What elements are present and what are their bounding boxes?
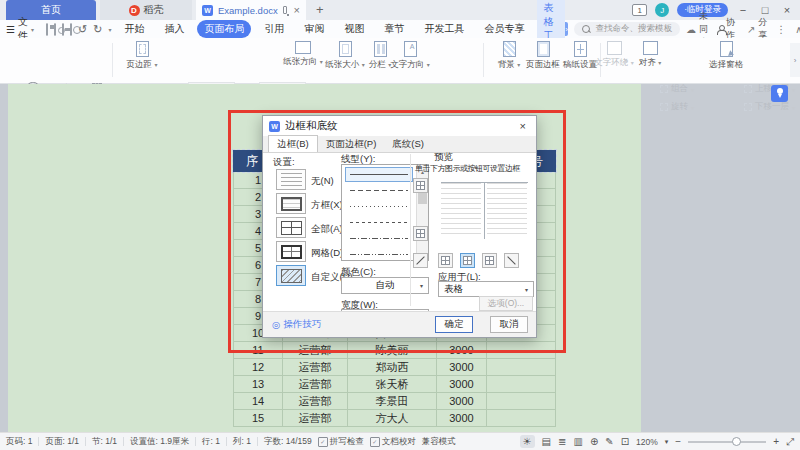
collapse-ribbon-icon[interactable]: ∧ [795,24,800,35]
ribbon-tab-references[interactable]: 引用 [257,20,291,38]
tips-link[interactable]: ◎ 操作技巧 [272,318,321,331]
preview-border-right-button[interactable] [482,253,497,268]
preview-diagonal-up-button[interactable] [413,253,428,268]
locate-pin-button[interactable] [771,85,788,102]
ribbon-overflow-button[interactable]: › [790,43,800,77]
document-proofread-button[interactable]: ✓ 文档校对 [370,436,416,448]
dialog-title-bar[interactable]: W 边框和底纹 × [263,116,536,136]
ribbon-tab-page-layout[interactable]: 页面布局 [197,20,251,38]
command-search-input[interactable]: 查找命令、搜索模板 [574,22,680,36]
divider [38,437,39,446]
setting-box-button[interactable] [276,193,306,214]
border-inner-vertical-icon [463,256,472,265]
ribbon-tab-review[interactable]: 审阅 [297,20,331,38]
setting-custom-button[interactable] [276,265,306,286]
text-direction-button[interactable]: 文字方向 ▾ [388,41,432,71]
setting-none-button[interactable] [276,169,306,190]
window-list-badge[interactable]: 1 [632,4,647,16]
paper-orientation-button[interactable]: 纸张方向 ▾ [281,41,325,68]
line-style-dash[interactable] [345,183,413,198]
line-style-dash-dot[interactable] [345,231,413,246]
setting-grid-label: 网格(D) [311,247,343,260]
ribbon-tab-member[interactable]: 会员专享 [477,20,531,38]
divider [195,437,196,446]
preview-border-left-button[interactable] [438,253,453,268]
setting-grid-button[interactable] [276,241,306,262]
ribbon-tab-view[interactable]: 视图 [337,20,371,38]
present-monitor-icon[interactable] [283,6,287,14]
zoom-in-icon[interactable]: + [773,436,779,447]
tab-document[interactable]: W Example.docx × [196,0,306,20]
page-margins-button[interactable]: 页边距 ▾ [120,41,164,71]
table-row[interactable]: 13运营部张天桥3000 [233,376,556,393]
dialog-close-icon[interactable]: × [516,120,530,132]
line-style-solid[interactable] [345,167,413,182]
ok-button[interactable]: 确定 [435,316,473,333]
view-read-icon[interactable]: ▥ [573,436,582,447]
preview-border-inner-v-button[interactable] [460,253,475,268]
dialog-tab-borders[interactable]: 边框(B) [268,135,318,152]
chevron-down-icon: ▾ [31,26,34,33]
ribbon-tab-insert[interactable]: 插入 [157,20,191,38]
setting-box-label: 方框(X) [311,199,343,212]
export-icon[interactable] [54,23,56,36]
quickbar-more-icon[interactable]: ▾ [108,26,111,33]
zoom-out-icon[interactable]: − [675,436,681,447]
status-page-count: 页面: 1/1 [45,436,79,448]
print-preview-icon[interactable] [70,23,72,36]
search-placeholder: 查找命令、搜索模板 [595,23,672,35]
zoom-slider-knob[interactable] [732,437,741,446]
view-outline-icon[interactable]: ≣ [558,436,566,447]
chevron-down-icon: ▾ [520,282,533,296]
menu-bar: ☰ 文件 ▾ ↺ ↻ ▾ 开始 插入 页面布局 引用 审阅 视图 章节 开发工具… [0,20,800,38]
tab-close-icon[interactable]: × [294,4,300,16]
tab-docer[interactable]: D 稻壳 [100,0,192,20]
dialog-title: 边框和底纹 [285,119,338,133]
border-custom-icon [281,269,302,283]
dialog-tab-page-border[interactable]: 页面边框(P) [318,136,385,152]
align-button[interactable]: 对齐 ▾ [628,41,672,69]
zoom-slider[interactable] [688,441,766,443]
redo-icon[interactable]: ↻ [93,23,102,36]
dialog-tab-shading[interactable]: 底纹(S) [384,136,432,152]
table-row[interactable]: 14运营部李景田3000 [233,393,556,410]
border-preview-box[interactable] [438,179,531,243]
more-menu-icon[interactable]: ⋮ [776,24,786,35]
ribbon-tab-home[interactable]: 开始 [117,20,151,38]
apply-to-dropdown[interactable]: 表格 ▾ [438,281,534,297]
table-row[interactable]: 11运营部陈美丽3000 [233,342,556,359]
ink-pen-icon[interactable]: ✎ [605,436,613,447]
proofread-icon: ✓ [370,437,380,447]
line-style-dash-dot-dot[interactable] [345,247,413,259]
status-section: 节: 1/1 [92,436,117,448]
line-style-dot[interactable] [345,199,413,214]
preview-border-top-button[interactable] [413,178,428,193]
ribbon-tab-section[interactable]: 章节 [377,20,411,38]
status-word-count: 字数: 14/159 [264,436,312,448]
preview-diagonal-down-button[interactable] [504,253,519,268]
ribbon-tab-developer[interactable]: 开发工具 [417,20,471,38]
fit-page-icon[interactable]: ⊡ [621,436,629,447]
zoom-level[interactable]: 120% [636,437,658,447]
border-top-icon [416,181,425,190]
selection-pane-button[interactable]: 选择窗格 [704,41,748,71]
print-icon[interactable] [62,23,64,36]
line-style-short-dash[interactable] [345,215,413,230]
view-web-icon[interactable]: ⊕ [590,436,598,447]
fullscreen-icon[interactable]: ⤢ [786,436,794,448]
preview-border-inner-h-button[interactable] [413,226,428,241]
color-dropdown[interactable]: 自动 ▾ [341,277,429,294]
user-avatar[interactable]: J [655,3,669,17]
table-row[interactable]: 15运营部方大人3000 [233,410,556,427]
setting-all-button[interactable] [276,217,306,238]
wps-window: 首页 D 稻壳 W Example.docx × + 1 J ·临时登录 − □… [0,0,800,450]
view-page-icon[interactable]: ▤ [542,436,551,447]
table-row[interactable]: 12运营部郑动西3000 [233,359,556,376]
new-tab-button[interactable]: + [316,2,324,17]
eye-protection-icon[interactable]: ☀ [520,435,535,448]
divider [226,437,227,446]
cancel-button[interactable]: 取消 [490,316,528,333]
spell-check-button[interactable]: ✓ 拼写检查 [318,436,364,448]
save-icon[interactable] [46,23,48,36]
chevron-down-icon[interactable]: ▾ [665,438,669,446]
